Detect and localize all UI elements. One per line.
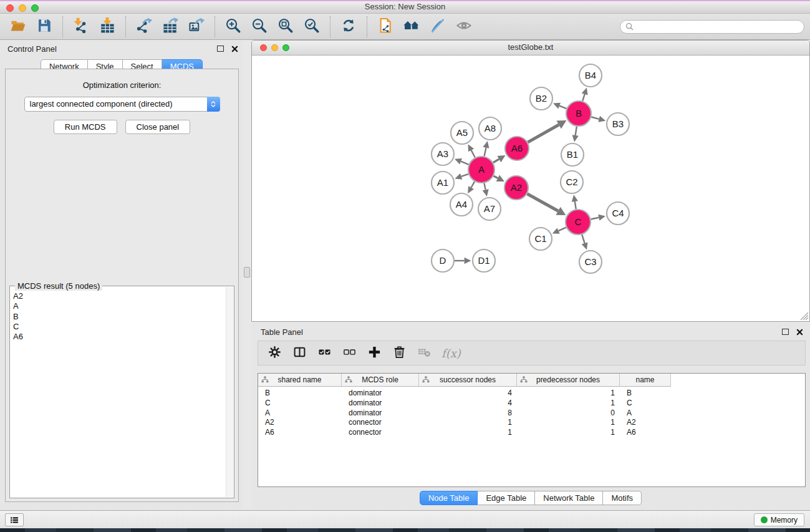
table-row[interactable]: A6connector11A6 [258, 428, 805, 438]
settings-button[interactable] [263, 343, 286, 363]
edge-A-A4[interactable] [468, 181, 475, 193]
tab-motifs[interactable]: Motifs [603, 491, 642, 505]
edge-B-B3[interactable] [591, 116, 605, 122]
node-B4[interactable]: B4 [579, 64, 602, 87]
node-A6[interactable]: A6 [505, 137, 529, 160]
node-A4[interactable]: A4 [450, 193, 473, 216]
close-window-button[interactable] [6, 4, 14, 12]
select-all-button[interactable] [313, 343, 336, 363]
node-C1[interactable]: C1 [529, 228, 552, 250]
edge-A-A1[interactable] [455, 173, 468, 180]
resize-grip-icon[interactable] [799, 311, 809, 321]
export-table-button[interactable] [157, 16, 183, 37]
zoom-in-button[interactable] [220, 16, 246, 37]
deselect-all-button[interactable] [338, 343, 361, 363]
node-C4[interactable]: C4 [607, 202, 629, 225]
minimize-window-button[interactable] [19, 4, 26, 12]
memory-button[interactable]: Memory [754, 513, 804, 526]
export-image-button[interactable] [183, 16, 210, 37]
edge-A-A7[interactable] [483, 183, 489, 196]
mcds-result-item[interactable]: B [11, 312, 226, 322]
edge-D-D1[interactable] [455, 258, 471, 264]
node-A3[interactable]: A3 [432, 143, 454, 165]
column-header-MCDS-role[interactable]: MCDS role [342, 374, 419, 387]
table-float-panel-button[interactable] [781, 328, 789, 336]
panel-splitter-handle[interactable] [244, 267, 250, 278]
criterion-dropdown[interactable]: largest connected component (directed) [24, 97, 220, 112]
node-D1[interactable]: D1 [473, 249, 495, 272]
add-column-button[interactable] [363, 343, 386, 363]
zoom-fit-button[interactable] [272, 16, 299, 37]
network-close-button[interactable] [260, 44, 267, 51]
edge-C-C1[interactable] [552, 228, 566, 234]
mcds-result-item[interactable]: A [11, 301, 226, 311]
tab-network-table[interactable]: Network Table [535, 491, 603, 505]
node-B2[interactable]: B2 [530, 87, 552, 110]
column-header-predecessor-nodes[interactable]: predecessor nodes [517, 374, 620, 387]
table-row[interactable]: Adominator80A [258, 409, 805, 418]
new-network-from-selection-button[interactable] [372, 16, 398, 37]
edge-A2-C[interactable] [527, 194, 566, 215]
edge-B-B1[interactable] [572, 127, 579, 142]
edge-B-B4[interactable] [582, 88, 588, 101]
dropdown-stepper[interactable] [207, 97, 220, 112]
edge-A-A6[interactable] [493, 155, 506, 163]
edge-C-C3[interactable] [582, 235, 588, 249]
close-panel-button[interactable] [231, 45, 238, 52]
maximize-window-button[interactable] [31, 4, 39, 12]
tab-edge-table[interactable]: Edge Table [478, 491, 535, 505]
node-D[interactable]: D [432, 249, 454, 272]
split-panel-button[interactable] [288, 343, 311, 363]
node-A1[interactable]: A1 [432, 172, 454, 194]
network-maximize-button[interactable] [282, 44, 289, 51]
edge-A-A8[interactable] [483, 141, 489, 156]
node-B[interactable]: B [566, 101, 591, 126]
network-canvas[interactable]: AA1A2A3A4A5A6A7A8BB1B2B3B4CC1C2C3C4DD1 [252, 56, 809, 321]
result-scrollbar[interactable] [226, 287, 233, 497]
show-graphics-details-button[interactable] [451, 16, 477, 37]
column-header-name[interactable]: name [620, 374, 671, 387]
mcds-result-item[interactable]: C [11, 322, 226, 332]
table-row[interactable]: Cdominator41C [258, 399, 805, 409]
edge-A-A2[interactable] [494, 175, 504, 181]
save-session-button[interactable] [31, 16, 57, 37]
zoom-selected-button[interactable] [299, 16, 325, 37]
mcds-result-item[interactable]: A6 [11, 332, 226, 342]
edge-B-B2[interactable] [553, 103, 566, 109]
hide-style-button[interactable] [425, 16, 451, 37]
task-history-button[interactable] [5, 513, 24, 526]
node-B1[interactable]: B1 [561, 143, 584, 166]
edge-A6-B[interactable] [528, 120, 566, 142]
zoom-out-button[interactable] [246, 16, 272, 37]
node-A[interactable]: A [468, 157, 494, 183]
first-neighbors-button[interactable] [398, 16, 425, 37]
node-B3[interactable]: B3 [607, 113, 629, 135]
tab-node-table[interactable]: Node Table [420, 491, 478, 505]
import-network-button[interactable] [68, 16, 94, 37]
edge-C-C4[interactable] [591, 215, 605, 221]
edge-C-C2[interactable] [572, 195, 578, 209]
node-A5[interactable]: A5 [451, 122, 473, 144]
search-input[interactable] [637, 22, 799, 32]
edge-A-A3[interactable] [455, 158, 469, 165]
run-mcds-button[interactable]: Run MCDS [54, 120, 117, 134]
float-panel-button[interactable] [216, 45, 224, 52]
export-network-button[interactable] [131, 16, 157, 37]
table-row[interactable]: Bdominator41B [258, 389, 805, 399]
node-C3[interactable]: C3 [579, 251, 602, 273]
close-panel-action-button[interactable]: Close panel [125, 120, 191, 134]
open-session-button[interactable] [5, 16, 31, 37]
network-minimize-button[interactable] [271, 44, 278, 51]
node-A8[interactable]: A8 [479, 117, 501, 140]
node-A7[interactable]: A7 [478, 198, 501, 220]
import-table-button[interactable] [94, 16, 120, 37]
node-A2[interactable]: A2 [504, 176, 528, 200]
delete-column-button[interactable] [388, 343, 411, 363]
mcds-result-item[interactable]: A2 [11, 291, 226, 301]
edge-A-A5[interactable] [468, 144, 475, 157]
table-close-panel-button[interactable] [796, 328, 803, 336]
column-header-shared-name[interactable]: shared name [258, 374, 342, 387]
node-C2[interactable]: C2 [561, 171, 583, 193]
table-row[interactable]: A2connector11A2 [258, 418, 805, 428]
column-header-successor-nodes[interactable]: successor nodes [419, 374, 517, 387]
